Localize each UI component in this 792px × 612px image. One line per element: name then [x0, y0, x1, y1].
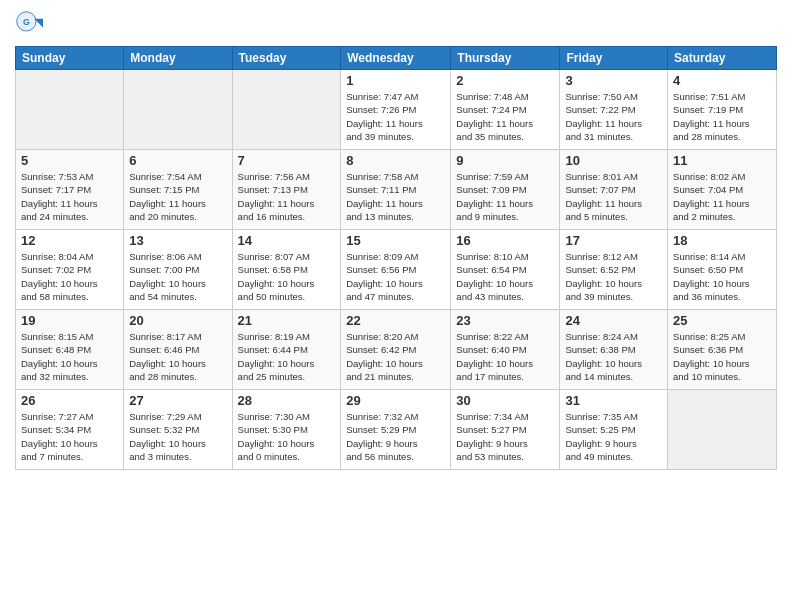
day-info: Sunrise: 8:24 AM Sunset: 6:38 PM Dayligh…: [565, 330, 662, 383]
day-number: 29: [346, 393, 445, 408]
day-cell: 9Sunrise: 7:59 AM Sunset: 7:09 PM Daylig…: [451, 150, 560, 230]
weekday-header-friday: Friday: [560, 47, 668, 70]
day-number: 30: [456, 393, 554, 408]
day-number: 9: [456, 153, 554, 168]
day-number: 27: [129, 393, 226, 408]
weekday-header-wednesday: Wednesday: [341, 47, 451, 70]
day-number: 12: [21, 233, 118, 248]
day-info: Sunrise: 7:34 AM Sunset: 5:27 PM Dayligh…: [456, 410, 554, 463]
day-number: 7: [238, 153, 336, 168]
day-cell: 30Sunrise: 7:34 AM Sunset: 5:27 PM Dayli…: [451, 390, 560, 470]
day-info: Sunrise: 8:19 AM Sunset: 6:44 PM Dayligh…: [238, 330, 336, 383]
day-number: 14: [238, 233, 336, 248]
day-info: Sunrise: 8:20 AM Sunset: 6:42 PM Dayligh…: [346, 330, 445, 383]
day-number: 23: [456, 313, 554, 328]
day-cell: 7Sunrise: 7:56 AM Sunset: 7:13 PM Daylig…: [232, 150, 341, 230]
day-number: 15: [346, 233, 445, 248]
day-info: Sunrise: 7:50 AM Sunset: 7:22 PM Dayligh…: [565, 90, 662, 143]
weekday-header-thursday: Thursday: [451, 47, 560, 70]
day-cell: 29Sunrise: 7:32 AM Sunset: 5:29 PM Dayli…: [341, 390, 451, 470]
day-number: 5: [21, 153, 118, 168]
day-number: 3: [565, 73, 662, 88]
day-cell: 5Sunrise: 7:53 AM Sunset: 7:17 PM Daylig…: [16, 150, 124, 230]
day-number: 10: [565, 153, 662, 168]
logo: G: [15, 10, 47, 38]
logo-icon: G: [15, 10, 43, 38]
day-number: 26: [21, 393, 118, 408]
week-row-0: 1Sunrise: 7:47 AM Sunset: 7:26 PM Daylig…: [16, 70, 777, 150]
weekday-header-sunday: Sunday: [16, 47, 124, 70]
day-cell: 31Sunrise: 7:35 AM Sunset: 5:25 PM Dayli…: [560, 390, 668, 470]
day-info: Sunrise: 8:12 AM Sunset: 6:52 PM Dayligh…: [565, 250, 662, 303]
day-number: 22: [346, 313, 445, 328]
day-info: Sunrise: 8:22 AM Sunset: 6:40 PM Dayligh…: [456, 330, 554, 383]
day-number: 4: [673, 73, 771, 88]
day-cell: 20Sunrise: 8:17 AM Sunset: 6:46 PM Dayli…: [124, 310, 232, 390]
day-info: Sunrise: 8:02 AM Sunset: 7:04 PM Dayligh…: [673, 170, 771, 223]
day-cell: 16Sunrise: 8:10 AM Sunset: 6:54 PM Dayli…: [451, 230, 560, 310]
day-info: Sunrise: 8:14 AM Sunset: 6:50 PM Dayligh…: [673, 250, 771, 303]
day-info: Sunrise: 8:15 AM Sunset: 6:48 PM Dayligh…: [21, 330, 118, 383]
day-info: Sunrise: 8:06 AM Sunset: 7:00 PM Dayligh…: [129, 250, 226, 303]
day-cell: 17Sunrise: 8:12 AM Sunset: 6:52 PM Dayli…: [560, 230, 668, 310]
day-cell: 26Sunrise: 7:27 AM Sunset: 5:34 PM Dayli…: [16, 390, 124, 470]
day-info: Sunrise: 7:32 AM Sunset: 5:29 PM Dayligh…: [346, 410, 445, 463]
day-number: 24: [565, 313, 662, 328]
day-number: 20: [129, 313, 226, 328]
day-cell: 24Sunrise: 8:24 AM Sunset: 6:38 PM Dayli…: [560, 310, 668, 390]
day-info: Sunrise: 7:54 AM Sunset: 7:15 PM Dayligh…: [129, 170, 226, 223]
day-number: 18: [673, 233, 771, 248]
week-row-3: 19Sunrise: 8:15 AM Sunset: 6:48 PM Dayli…: [16, 310, 777, 390]
day-info: Sunrise: 7:58 AM Sunset: 7:11 PM Dayligh…: [346, 170, 445, 223]
day-number: 17: [565, 233, 662, 248]
day-info: Sunrise: 8:25 AM Sunset: 6:36 PM Dayligh…: [673, 330, 771, 383]
day-cell: 1Sunrise: 7:47 AM Sunset: 7:26 PM Daylig…: [341, 70, 451, 150]
day-info: Sunrise: 8:10 AM Sunset: 6:54 PM Dayligh…: [456, 250, 554, 303]
day-number: 16: [456, 233, 554, 248]
day-cell: 28Sunrise: 7:30 AM Sunset: 5:30 PM Dayli…: [232, 390, 341, 470]
day-info: Sunrise: 7:29 AM Sunset: 5:32 PM Dayligh…: [129, 410, 226, 463]
day-info: Sunrise: 7:35 AM Sunset: 5:25 PM Dayligh…: [565, 410, 662, 463]
day-cell: 11Sunrise: 8:02 AM Sunset: 7:04 PM Dayli…: [668, 150, 777, 230]
week-row-2: 12Sunrise: 8:04 AM Sunset: 7:02 PM Dayli…: [16, 230, 777, 310]
calendar-page: G SundayMondayTuesdayWednesdayThursdayFr…: [0, 0, 792, 612]
day-cell: 13Sunrise: 8:06 AM Sunset: 7:00 PM Dayli…: [124, 230, 232, 310]
day-info: Sunrise: 8:09 AM Sunset: 6:56 PM Dayligh…: [346, 250, 445, 303]
day-info: Sunrise: 8:07 AM Sunset: 6:58 PM Dayligh…: [238, 250, 336, 303]
svg-text:G: G: [23, 17, 30, 27]
day-info: Sunrise: 7:30 AM Sunset: 5:30 PM Dayligh…: [238, 410, 336, 463]
day-cell: 15Sunrise: 8:09 AM Sunset: 6:56 PM Dayli…: [341, 230, 451, 310]
day-cell: 21Sunrise: 8:19 AM Sunset: 6:44 PM Dayli…: [232, 310, 341, 390]
day-number: 8: [346, 153, 445, 168]
calendar-table: SundayMondayTuesdayWednesdayThursdayFrid…: [15, 46, 777, 470]
day-cell: 2Sunrise: 7:48 AM Sunset: 7:24 PM Daylig…: [451, 70, 560, 150]
weekday-header-row: SundayMondayTuesdayWednesdayThursdayFrid…: [16, 47, 777, 70]
day-cell: [124, 70, 232, 150]
day-cell: 6Sunrise: 7:54 AM Sunset: 7:15 PM Daylig…: [124, 150, 232, 230]
day-info: Sunrise: 7:59 AM Sunset: 7:09 PM Dayligh…: [456, 170, 554, 223]
day-cell: 4Sunrise: 7:51 AM Sunset: 7:19 PM Daylig…: [668, 70, 777, 150]
day-number: 21: [238, 313, 336, 328]
day-cell: 27Sunrise: 7:29 AM Sunset: 5:32 PM Dayli…: [124, 390, 232, 470]
weekday-header-monday: Monday: [124, 47, 232, 70]
day-number: 6: [129, 153, 226, 168]
day-cell: 14Sunrise: 8:07 AM Sunset: 6:58 PM Dayli…: [232, 230, 341, 310]
day-cell: [668, 390, 777, 470]
weekday-header-saturday: Saturday: [668, 47, 777, 70]
day-info: Sunrise: 7:27 AM Sunset: 5:34 PM Dayligh…: [21, 410, 118, 463]
day-number: 13: [129, 233, 226, 248]
weekday-header-tuesday: Tuesday: [232, 47, 341, 70]
day-number: 2: [456, 73, 554, 88]
day-number: 28: [238, 393, 336, 408]
day-info: Sunrise: 7:51 AM Sunset: 7:19 PM Dayligh…: [673, 90, 771, 143]
day-number: 25: [673, 313, 771, 328]
day-cell: [232, 70, 341, 150]
day-cell: 19Sunrise: 8:15 AM Sunset: 6:48 PM Dayli…: [16, 310, 124, 390]
day-info: Sunrise: 7:56 AM Sunset: 7:13 PM Dayligh…: [238, 170, 336, 223]
day-cell: 18Sunrise: 8:14 AM Sunset: 6:50 PM Dayli…: [668, 230, 777, 310]
day-cell: 12Sunrise: 8:04 AM Sunset: 7:02 PM Dayli…: [16, 230, 124, 310]
day-info: Sunrise: 7:48 AM Sunset: 7:24 PM Dayligh…: [456, 90, 554, 143]
day-info: Sunrise: 7:53 AM Sunset: 7:17 PM Dayligh…: [21, 170, 118, 223]
day-cell: 25Sunrise: 8:25 AM Sunset: 6:36 PM Dayli…: [668, 310, 777, 390]
day-cell: 3Sunrise: 7:50 AM Sunset: 7:22 PM Daylig…: [560, 70, 668, 150]
